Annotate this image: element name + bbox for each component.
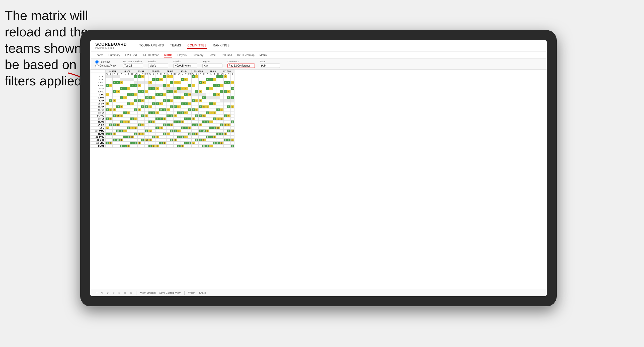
matrix-cell: [213, 133, 216, 136]
matrix-cell: 2: [109, 108, 113, 111]
subnav-teams[interactable]: Teams: [95, 53, 103, 57]
matrix-cell: [123, 139, 127, 142]
matrix-cell: [209, 139, 213, 142]
subnav-detail[interactable]: Detail: [208, 53, 215, 57]
matrix-cell: [159, 133, 163, 136]
matrix-cell: 0: [213, 84, 216, 87]
redo-button[interactable]: ↪: [101, 292, 103, 294]
matrix-cell: -2: [145, 130, 148, 133]
full-view-radio[interactable]: [95, 60, 99, 64]
nav-teams[interactable]: TEAMS: [170, 43, 181, 49]
nav-items: TOURNAMENTS TEAMS COMMITTEE RANKINGS: [139, 43, 542, 49]
compact-view-radio[interactable]: [95, 64, 99, 67]
matrix-cell: [141, 84, 145, 87]
matrix-cell: 0: [155, 145, 159, 148]
nav-committee[interactable]: COMMITTEE: [187, 43, 207, 49]
matrix-cell: [191, 93, 195, 96]
subnav-h2hheatmap2[interactable]: H2H Heatmap: [237, 53, 255, 57]
matrix-cell: 0: [213, 136, 216, 139]
matrix-cell: 0: [213, 78, 216, 81]
reset-button[interactable]: ⟳: [107, 292, 109, 294]
subnav-matrix2[interactable]: Matrix: [260, 53, 267, 57]
matrix-scroll[interactable]: 3. ASU 10. UW 11. UA 22. UCB 24. UO: [90, 70, 547, 289]
matrix-cell: [181, 133, 184, 136]
matrix-cell: -10: [130, 142, 134, 145]
matrix-cell: [227, 108, 231, 111]
division-select[interactable]: NCAA Division I NCAA Division II: [173, 64, 197, 68]
sub-col-header-row: WLTDif WLTDif WLTDif WLTDif WLTDif WLTDi…: [91, 73, 234, 75]
matrix-cell: 1: [206, 136, 209, 139]
matrix-cell: [177, 78, 181, 81]
matrix-cell: 0: [113, 114, 116, 118]
matrix-cell: 3: [109, 84, 113, 87]
view-original-button[interactable]: View: Original: [140, 292, 156, 294]
matrix-cell: 1: [166, 99, 170, 102]
matrix-cell: 1: [120, 81, 123, 84]
matrix-cell: [195, 96, 198, 99]
region-select[interactable]: N/A West East: [202, 64, 222, 68]
matrix-cell: [138, 93, 141, 96]
matrix-cell: [188, 121, 191, 124]
matrix-cell: [220, 87, 224, 90]
matrix-cell: [130, 108, 134, 111]
matrix-cell: -16: [145, 96, 148, 99]
matrix-cell: 0: [170, 139, 173, 142]
subnav-h2hgrid1[interactable]: H2H Grid: [125, 53, 137, 57]
matrix-cell: [113, 145, 116, 148]
gender-select[interactable]: Men's Women's: [148, 64, 168, 68]
nav-tournaments[interactable]: TOURNAMENTS: [139, 43, 164, 49]
matrix-cell: [206, 102, 209, 105]
table-row: 13. UT00110110220: [91, 111, 234, 114]
matrix-cell: [152, 93, 155, 96]
row-label: 7. UM: [91, 93, 106, 96]
timer-button[interactable]: ⏱: [130, 292, 132, 294]
matrix-cell: 0: [184, 102, 188, 105]
matrix-cell: [224, 87, 227, 90]
matrix-cell: [127, 99, 130, 102]
matrix-cell: [148, 142, 152, 145]
matrix-cell: [213, 145, 216, 148]
matrix-cell: [224, 105, 227, 108]
matrix-cell: 0: [216, 93, 220, 96]
undo-button[interactable]: ↩: [95, 292, 97, 294]
matrix-cell: 0: [213, 111, 216, 114]
subnav-summary2[interactable]: Summary: [192, 53, 203, 57]
subnav-matrix1[interactable]: Matrix: [164, 52, 172, 57]
matrix-cell: [152, 127, 155, 130]
matrix-cell: [198, 127, 202, 130]
team-select[interactable]: (All): [260, 64, 280, 68]
full-view-option[interactable]: Full View: [95, 60, 116, 64]
watch-button[interactable]: Watch: [188, 292, 195, 294]
share-button[interactable]: Share: [199, 292, 206, 294]
matrix-cell: [159, 139, 163, 142]
matrix-cell: -8: [231, 145, 234, 148]
zoom-in-button[interactable]: ⊕: [124, 292, 126, 294]
matrix-cell: -3: [116, 90, 120, 93]
matrix-cell: [113, 136, 116, 139]
save-custom-button[interactable]: Save Custom View: [159, 292, 181, 294]
matrix-cell: [202, 118, 206, 121]
matrix-cell: [206, 93, 209, 96]
zoom-fit-button[interactable]: ⊡: [118, 292, 120, 294]
matrix-cell: [227, 118, 231, 121]
max-teams-select[interactable]: Top 25 Top 50 All: [123, 64, 143, 68]
matrix-cell: [181, 84, 184, 87]
matrix-cell: -8: [216, 133, 220, 136]
nav-rankings[interactable]: RANKINGS: [213, 43, 230, 49]
top-nav: SCOREBOARD Powered by clippd TOURNAMENTS…: [90, 40, 547, 51]
matrix-cell: [166, 105, 170, 108]
subnav-h2hgrid2[interactable]: H2H Grid: [220, 53, 232, 57]
subnav-summary1[interactable]: Summary: [108, 53, 120, 57]
zoom-out-button[interactable]: ⊖: [113, 292, 115, 294]
subnav-players[interactable]: Players: [177, 53, 187, 57]
matrix-cell: [184, 124, 188, 127]
conference-filter: Conference Pac-12 Conference (All) ACC B…: [227, 60, 255, 68]
subnav-h2hheatmap1[interactable]: H2H Heatmap: [142, 53, 159, 57]
matrix-cell: 0: [141, 124, 145, 127]
conference-select[interactable]: Pac-12 Conference (All) ACC Big Ten: [227, 64, 255, 68]
compact-view-option[interactable]: Compact View: [95, 64, 116, 67]
matrix-cell: 0: [170, 99, 173, 102]
table-row: 6. FSU0-3009002110110: [91, 90, 234, 93]
matrix-cell: [227, 121, 231, 124]
matrix-cell: -15: [116, 114, 120, 118]
